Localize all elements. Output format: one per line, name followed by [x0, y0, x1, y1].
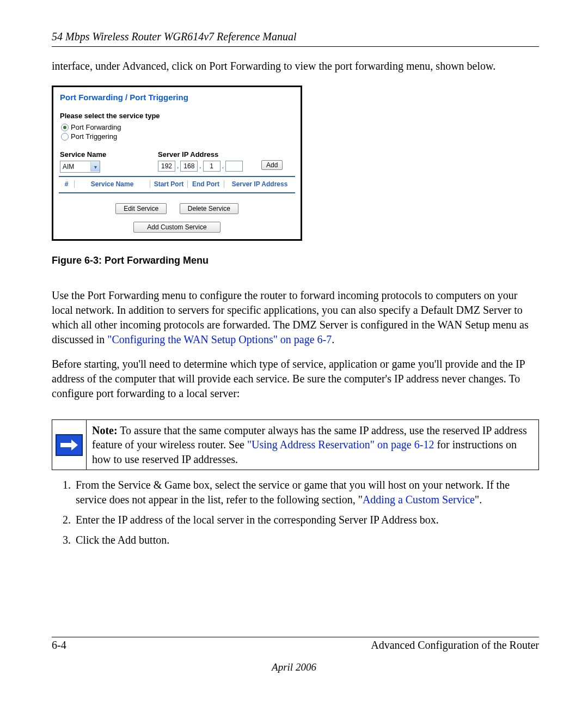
header-rule — [52, 46, 539, 47]
add-custom-service-button[interactable]: Add Custom Service — [133, 222, 220, 233]
intro-paragraph: interface, under Advanced, click on Port… — [52, 59, 539, 74]
link-wan-setup[interactable]: "Configuring the WAN Setup Options" on p… — [107, 333, 332, 345]
add-button[interactable]: Add — [261, 160, 283, 170]
text: . — [332, 333, 334, 345]
th-service-name: Service Name — [75, 180, 150, 188]
th-server-ip: Server IP Address — [224, 180, 295, 188]
footer-date: April 2006 — [0, 661, 588, 673]
paragraph-dmz: Use the Port Forwarding menu to configur… — [52, 288, 539, 347]
radio-icon — [61, 133, 69, 141]
paragraph-before-starting: Before starting, you'll need to determin… — [52, 357, 539, 401]
footer-rule — [52, 637, 539, 637]
th-start-port: Start Port — [150, 180, 188, 188]
note-text: Note: To assure that the same computer a… — [86, 420, 538, 470]
th-number: # — [59, 180, 75, 188]
steps-list: From the Service & Game box, select the … — [52, 478, 539, 547]
footer: 6-4 Advanced Configuration of the Router — [52, 639, 539, 652]
dot-separator: . — [199, 162, 201, 170]
text: ". — [475, 494, 482, 506]
radio-label: Port Forwarding — [71, 123, 121, 131]
radio-icon — [61, 124, 69, 131]
delete-service-button[interactable]: Delete Service — [180, 203, 238, 214]
step-1: From the Service & Game box, select the … — [74, 478, 539, 507]
service-name-label: Service Name — [60, 150, 158, 159]
dot-separator: . — [222, 162, 224, 170]
chevron-down-icon: ▾ — [90, 162, 100, 172]
port-forwarding-screenshot: Port Forwarding / Port Triggering Please… — [52, 86, 302, 241]
ip-octet-1[interactable]: 192 — [158, 161, 175, 172]
radio-label: Port Triggering — [71, 132, 117, 141]
ip-octet-3[interactable]: 1 — [203, 161, 220, 172]
forwarding-table-header: # Service Name Start Port End Port Serve… — [59, 179, 295, 189]
service-name-select[interactable]: AIM ▾ — [60, 161, 100, 173]
figure-caption: Figure 6-3: Port Forwarding Menu — [52, 255, 539, 266]
select-value: AIM — [60, 163, 90, 171]
radio-port-triggering[interactable]: Port Triggering — [61, 132, 295, 141]
divider — [59, 192, 295, 193]
divider — [59, 176, 295, 177]
step-3: Click the Add button. — [74, 533, 539, 547]
note-box: Note: To assure that the same computer a… — [52, 419, 539, 470]
link-adding-custom-service[interactable]: Adding a Custom Service — [363, 494, 475, 506]
panel-title: Port Forwarding / Port Triggering — [60, 93, 295, 102]
service-type-label: Please select the service type — [60, 112, 295, 120]
th-end-port: End Port — [188, 180, 224, 188]
ip-octet-4[interactable] — [225, 161, 243, 172]
page-number: 6-4 — [52, 639, 66, 652]
step-2: Enter the IP address of the local server… — [74, 513, 539, 527]
server-ip-label: Server IP Address — [158, 150, 261, 159]
note-icon-cell — [52, 420, 86, 470]
section-title: Advanced Configuration of the Router — [371, 639, 539, 652]
arrow-right-icon — [56, 434, 83, 456]
manual-page: 54 Mbps Wireless Router WGR614v7 Referen… — [0, 0, 588, 706]
edit-service-button[interactable]: Edit Service — [115, 203, 167, 214]
link-address-reservation[interactable]: "Using Address Reservation" on page 6-12 — [247, 439, 434, 451]
dot-separator: . — [176, 162, 179, 170]
running-header: 54 Mbps Wireless Router WGR614v7 Referen… — [52, 31, 539, 43]
radio-port-forwarding[interactable]: Port Forwarding — [61, 123, 295, 131]
ip-octet-2[interactable]: 168 — [180, 161, 198, 172]
note-label: Note: — [92, 424, 118, 436]
